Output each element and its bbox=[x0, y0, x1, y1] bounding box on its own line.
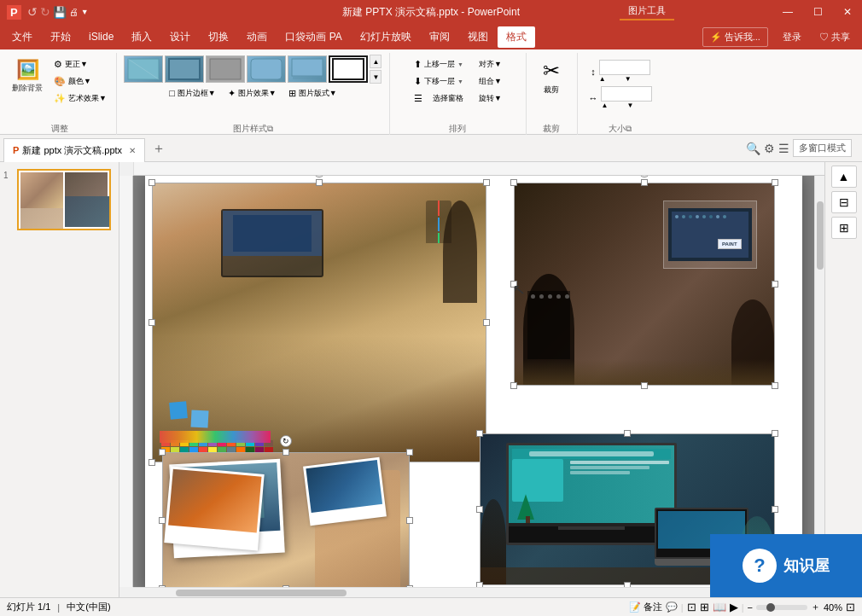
img-border-btn[interactable]: □图片边框▼ bbox=[165, 85, 220, 101]
settings-icon[interactable]: ⚙ bbox=[764, 142, 775, 155]
menu-islide[interactable]: iSlide bbox=[80, 27, 122, 46]
menu-insert[interactable]: 插入 bbox=[123, 26, 160, 48]
image-workspace[interactable]: ↻ bbox=[152, 183, 486, 462]
img-style-6-selected[interactable] bbox=[329, 55, 368, 83]
imgstyle-expand-btn[interactable]: ⧉ bbox=[267, 124, 273, 134]
undo-btn[interactable]: ↺ bbox=[27, 5, 38, 19]
handle-tc-img3[interactable] bbox=[282, 449, 289, 456]
img-effect-btn[interactable]: ✦图片效果▼ bbox=[224, 85, 281, 101]
comment-btn[interactable]: 💬 bbox=[666, 601, 678, 613]
style-scroll-up[interactable]: ▲ bbox=[370, 55, 381, 68]
img-style-5[interactable] bbox=[288, 55, 327, 83]
zoom-in-btn[interactable]: ＋ bbox=[811, 601, 820, 613]
handle-mr-img3[interactable] bbox=[406, 517, 413, 524]
scroll-vertical[interactable] bbox=[814, 176, 824, 587]
remove-bg-btn[interactable]: 🖼️ 删除背景 bbox=[9, 56, 46, 106]
color-btn[interactable]: 🎨 颜色▼ bbox=[50, 73, 111, 89]
new-tab-btn[interactable]: ＋ bbox=[145, 135, 172, 162]
fit-window-btn[interactable]: ⊡ bbox=[846, 601, 855, 613]
rotate-btn[interactable]: 旋转▼ bbox=[475, 90, 506, 106]
more-adjust-btn[interactable]: ⚙ 更正▼ bbox=[50, 56, 111, 72]
handle-tl-img3[interactable] bbox=[159, 449, 166, 456]
tell-me-input[interactable]: ⚡ 告诉我... bbox=[702, 27, 768, 47]
handle-mr-img4[interactable] bbox=[772, 506, 778, 513]
read-view-btn[interactable]: 📖 bbox=[713, 601, 726, 613]
scroll-v-thumb[interactable] bbox=[817, 201, 824, 270]
slide-thumb-1[interactable] bbox=[17, 169, 111, 230]
crop-btn[interactable]: ✂ 裁剪 bbox=[536, 56, 567, 98]
img-style-3[interactable] bbox=[206, 55, 245, 83]
dropdown-quick-access[interactable]: ▼ bbox=[81, 8, 89, 16]
menu-login[interactable]: 登录 bbox=[774, 27, 810, 47]
close-btn[interactable]: ✕ bbox=[833, 0, 862, 24]
rotate-handle-img3[interactable]: ↻ bbox=[280, 435, 292, 447]
handle-tl-img2[interactable] bbox=[510, 179, 517, 186]
handle-ml-img4[interactable] bbox=[476, 506, 483, 513]
menu-slideshow[interactable]: 幻灯片放映 bbox=[352, 26, 420, 48]
align-btn[interactable]: 对齐▼ bbox=[475, 56, 506, 72]
handle-tr-img4[interactable] bbox=[772, 430, 778, 437]
slideshow-btn[interactable]: ▶ bbox=[730, 601, 738, 613]
normal-view-btn[interactable]: ⊡ bbox=[687, 601, 696, 613]
maximize-btn[interactable]: ☐ bbox=[803, 0, 833, 24]
menu-pa[interactable]: 口袋动画 PA bbox=[277, 26, 350, 48]
window-split-icon[interactable]: ☰ bbox=[778, 142, 789, 155]
handle-ml-img3[interactable] bbox=[159, 517, 166, 524]
width-up[interactable]: ▲ bbox=[601, 102, 626, 109]
move-down-btn[interactable]: ⬇ 下移一层 ▼ bbox=[410, 73, 468, 89]
art-effect-btn[interactable]: ✨ 艺术效果▼ bbox=[50, 90, 111, 106]
zoom-thumb[interactable] bbox=[766, 603, 775, 612]
quick-print-btn[interactable]: 🖨 bbox=[69, 7, 79, 17]
width-down[interactable]: ▼ bbox=[626, 102, 633, 109]
rotate-handle-img2[interactable]: ↻ bbox=[638, 176, 650, 177]
menu-review[interactable]: 审阅 bbox=[421, 26, 458, 48]
height-up[interactable]: ▲ bbox=[599, 75, 625, 83]
grid-view-btn[interactable]: ⊞ bbox=[700, 601, 709, 613]
move-up-btn[interactable]: ⬆ 上移一层 ▼ bbox=[410, 56, 468, 72]
handle-ml-img1[interactable] bbox=[149, 319, 155, 326]
menu-animate[interactable]: 动画 bbox=[238, 26, 276, 48]
menu-home[interactable]: 开始 bbox=[42, 26, 79, 48]
image-meeting[interactable]: PAINT bbox=[514, 183, 775, 386]
handle-tl-img4[interactable] bbox=[476, 430, 483, 437]
menu-transition[interactable]: 切换 bbox=[200, 26, 237, 48]
zoom-slider[interactable] bbox=[756, 605, 807, 610]
menu-design[interactable]: 设计 bbox=[161, 26, 199, 48]
panel-minus-btn[interactable]: ⊟ bbox=[831, 191, 857, 213]
panel-plus-btn[interactable]: ⊞ bbox=[831, 217, 857, 239]
tab-close-btn[interactable]: ✕ bbox=[129, 146, 136, 155]
handle-mr-img2[interactable] bbox=[772, 281, 778, 288]
rotate-handle-img1[interactable]: ↻ bbox=[313, 176, 325, 177]
handle-bl-img2[interactable] bbox=[510, 382, 517, 389]
height-input[interactable] bbox=[599, 60, 650, 75]
img-style-1[interactable] bbox=[124, 55, 163, 83]
handle-bc-img2[interactable] bbox=[641, 382, 648, 389]
width-input[interactable] bbox=[601, 86, 652, 102]
handle-tr-img3[interactable] bbox=[406, 449, 413, 456]
handle-tl-img1[interactable] bbox=[149, 179, 155, 186]
redo-btn[interactable]: ↻ bbox=[40, 5, 50, 19]
select-pane-btn[interactable]: ☰ 选择窗格 bbox=[410, 90, 468, 106]
handle-tr-img1[interactable] bbox=[483, 179, 490, 186]
panel-up-btn[interactable]: ▲ bbox=[831, 166, 857, 188]
size-expand-btn[interactable]: ⧉ bbox=[626, 124, 632, 134]
menu-share[interactable]: ♡ 共享 bbox=[811, 27, 859, 47]
handle-br-img2[interactable] bbox=[772, 382, 778, 389]
doc-tab[interactable]: P 新建 pptx 演示文稿.pptx ✕ bbox=[3, 138, 145, 162]
handle-tc-img1[interactable] bbox=[316, 179, 323, 186]
scroll-h-thumb[interactable] bbox=[176, 590, 347, 596]
img-style-4[interactable] bbox=[247, 55, 286, 83]
menu-format[interactable]: 格式 bbox=[498, 26, 535, 48]
handle-mr-img1[interactable] bbox=[483, 319, 490, 326]
search-tab-icon[interactable]: 🔍 bbox=[746, 142, 760, 155]
notes-btn[interactable]: 📝 备注 bbox=[629, 601, 662, 613]
img-layout-btn[interactable]: ⊞图片版式▼ bbox=[284, 85, 341, 101]
group-btn[interactable]: 组合▼ bbox=[475, 73, 506, 89]
zoom-out-btn[interactable]: − bbox=[748, 602, 753, 613]
multi-window-btn[interactable]: 多窗口模式 bbox=[793, 139, 852, 157]
style-scroll-down[interactable]: ▼ bbox=[370, 70, 381, 84]
image-prints[interactable]: ↻ bbox=[162, 452, 410, 587]
menu-view[interactable]: 视图 bbox=[459, 26, 497, 48]
handle-ml-img2[interactable] bbox=[510, 281, 517, 288]
menu-file[interactable]: 文件 bbox=[3, 26, 41, 48]
